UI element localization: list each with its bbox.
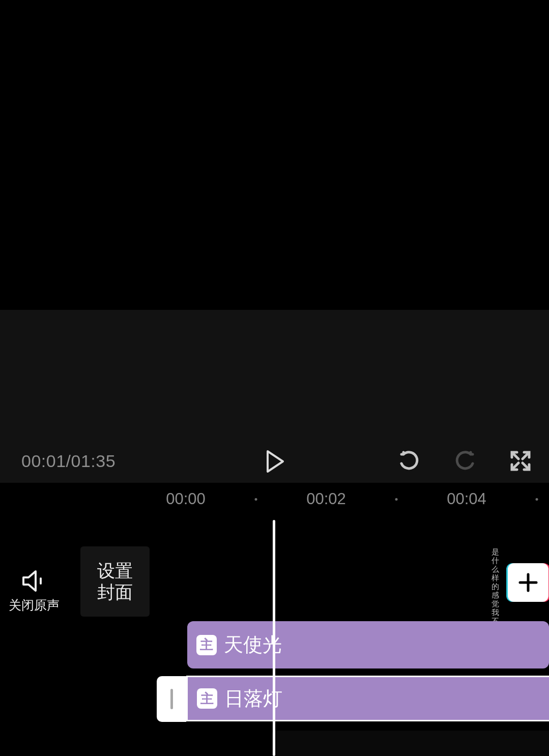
ruler-tick: 00:00: [166, 490, 206, 508]
set-cover-button[interactable]: 设置 封面: [80, 546, 150, 617]
ruler-dot: [395, 498, 398, 501]
video-preview[interactable]: [0, 2, 549, 310]
ruler-tick: 00:02: [306, 490, 346, 508]
effect-badge-icon: 主: [197, 688, 217, 709]
mute-original-sound-button[interactable]: 关闭原声: [9, 569, 57, 614]
plus-icon: [516, 570, 540, 595]
time-ruler[interactable]: 00:00 00:02 00:04: [0, 490, 549, 513]
speaker-icon: [21, 569, 45, 593]
effect-track-2[interactable]: 主 日落灯: [186, 676, 549, 721]
track-left-trim-handle[interactable]: [157, 676, 186, 722]
time-separator: /: [66, 451, 71, 471]
time-display: 00:01/01:35: [21, 451, 115, 471]
clip-thumbnail-text: 是 什 么 样 的 感 觉 我 不: [487, 547, 503, 616]
playhead-indicator[interactable]: [273, 520, 275, 756]
effect-badge-icon: 主: [196, 635, 217, 655]
undo-icon: [398, 450, 420, 472]
redo-icon: [454, 450, 476, 472]
cover-label-line2: 封面: [97, 581, 133, 603]
video-clip-track[interactable]: 是 什 么 样 的 感 觉 我 不: [187, 546, 549, 617]
cover-label-line1: 设置: [97, 560, 133, 581]
redo-button[interactable]: [454, 450, 476, 474]
timeline-panel[interactable]: 00:00 00:02 00:04 关闭原声 设置 封面 是 什 么 样 的 感…: [0, 483, 549, 756]
current-time-label: 00:01: [21, 451, 66, 471]
effect-track-1[interactable]: 主 天使光: [187, 621, 549, 668]
mute-label: 关闭原声: [9, 597, 57, 614]
fullscreen-icon: [510, 450, 531, 472]
total-time-label: 01:35: [71, 451, 116, 471]
play-icon: [266, 450, 285, 473]
fullscreen-button[interactable]: [510, 450, 531, 474]
ruler-dot: [255, 498, 257, 501]
add-clip-button[interactable]: [508, 563, 548, 602]
ruler-tick: 00:04: [447, 490, 486, 508]
play-button[interactable]: [266, 450, 285, 475]
playback-controls-bar: 00:01/01:35: [0, 310, 549, 483]
undo-button[interactable]: [398, 450, 420, 474]
ruler-dot: [536, 498, 538, 501]
empty-track[interactable]: [272, 731, 549, 756]
